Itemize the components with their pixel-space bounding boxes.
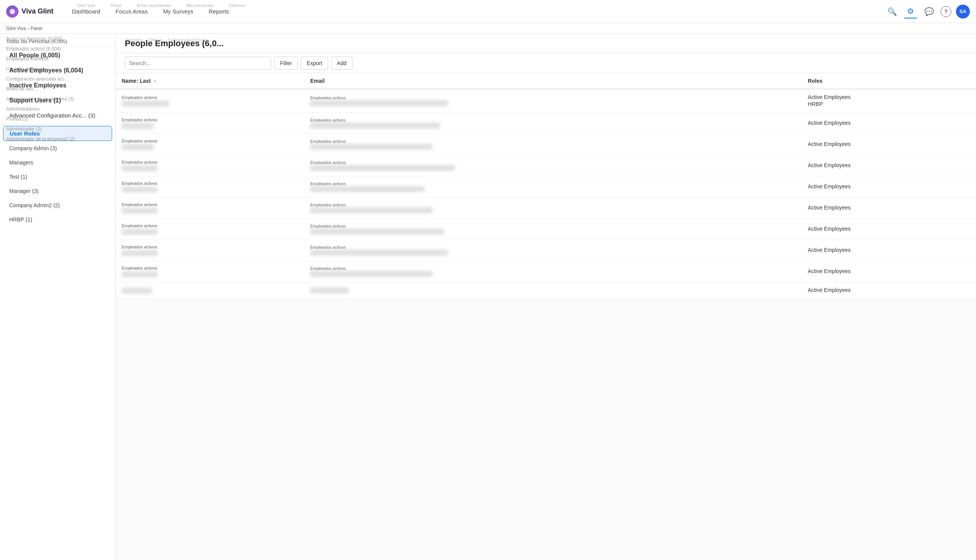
row-tag: Empleados activos: [122, 202, 298, 207]
cell-email: Empleados activos███████████████████████…: [304, 134, 802, 155]
name-text: ███ █████: [122, 144, 154, 150]
page-title-bar: Hombre Última Correo electrónico People …: [116, 34, 976, 54]
cell-name: Empleados activos████ █████: [116, 261, 304, 282]
cell-roles: Active EmployeesHRBP: [802, 89, 976, 113]
help-button[interactable]: ?: [941, 6, 951, 17]
breadcrumb-glint[interactable]: Glint Viva: [6, 26, 26, 31]
table-row[interactable]: Empleados activos██████ ██████Empleados …: [116, 89, 976, 113]
sidebar-item-company-admin[interactable]: Company Admin (3): [3, 141, 112, 155]
table-row[interactable]: Empleados activos████ █████Empleados act…: [116, 198, 976, 219]
nav-link-reports[interactable]: Reports: [203, 5, 235, 18]
page-layout: Todas las Personas (6.005) Empleados act…: [0, 34, 976, 560]
email-tag: Empleados activos: [310, 245, 795, 250]
email-tag: Empleados activos: [310, 96, 795, 100]
name-text: ████ █████: [122, 250, 158, 256]
top-nav: Glint Viva Panel Áreas importantes Mis e…: [0, 0, 976, 23]
row-tag: Empleados activos: [122, 95, 298, 100]
role-value: HRBP: [808, 101, 970, 107]
cell-email: Empleados activos███████████████████████…: [304, 89, 802, 113]
settings-button[interactable]: ⚙: [904, 5, 917, 18]
cell-name: Empleados activos████ █████: [116, 240, 304, 261]
cell-roles: Active Employees: [802, 134, 976, 155]
role-value: Active Employees: [808, 247, 970, 253]
nav-links: Dashboard Focus Areas My Surveys Reports: [66, 5, 885, 18]
email-text: ███████████████████████████████████: [310, 228, 444, 235]
col-roles[interactable]: Roles: [802, 73, 976, 89]
sidebar-item-user-roles[interactable]: User Roles: [3, 126, 112, 141]
chat-button[interactable]: 💬: [922, 5, 936, 18]
cell-roles: Active Employees: [802, 198, 976, 219]
table-row[interactable]: Empleados activos████ █████Empleados act…: [116, 240, 976, 261]
sidebar-item-advanced-config[interactable]: Advanced Configuration Acc... (3): [3, 108, 112, 122]
sidebar-item-hrbp[interactable]: HRBP (1): [3, 213, 112, 226]
cell-roles: Active Employees: [802, 282, 976, 299]
sidebar-item-active-employees[interactable]: Active Employees (6,004): [3, 63, 112, 78]
row-tag: Empleados activos: [122, 117, 298, 122]
email-text: ████████████████████████████████: [310, 144, 432, 150]
cell-roles: Active Employees: [802, 219, 976, 240]
cell-name: Empleados activos████ █████: [116, 198, 304, 219]
breadcrumb-bar: Glint Viva › Panel: [0, 23, 976, 34]
col-name[interactable]: Name: Last ↑: [116, 73, 304, 89]
filter-button[interactable]: Filter: [274, 57, 298, 70]
user-avatar[interactable]: SA: [956, 5, 970, 18]
sort-name-icon: ↑: [154, 79, 156, 84]
add-button[interactable]: Add: [331, 57, 352, 70]
col-email[interactable]: Email: [304, 73, 802, 89]
sidebar-item-company-admin2[interactable]: Company Admin2 (2): [3, 198, 112, 212]
cell-name: Empleados activos████ █████: [116, 155, 304, 176]
cell-email: Empleados activos███████████████████████…: [304, 240, 802, 261]
sidebar-item-all-people[interactable]: All People (6,005): [3, 48, 112, 63]
row-tag: Empleados activos: [122, 160, 298, 164]
cell-email: Empleados activos███████████████████████…: [304, 219, 802, 240]
role-value: Active Employees: [808, 141, 970, 147]
cell-email: Empleados activos███████████████████████…: [304, 198, 802, 219]
search-button[interactable]: 🔍: [885, 5, 899, 18]
logo-icon: [6, 5, 18, 18]
table-row[interactable]: Empleados activos████ █████Empleados act…: [116, 176, 976, 198]
nav-link-dashboard[interactable]: Dashboard: [66, 5, 106, 18]
table-row[interactable]: Empleados activos████ █████Empleados act…: [116, 219, 976, 240]
sidebar-item-managers[interactable]: Managers: [3, 156, 112, 169]
email-tag: Empleados activos: [310, 266, 795, 271]
cell-name: Empleados activos██████ ██████: [116, 89, 304, 113]
sidebar-item-manager[interactable]: Manager (3): [3, 184, 112, 198]
role-value: Active Employees: [808, 94, 970, 100]
email-tag: Empleados activos: [310, 181, 795, 186]
role-value: Active Employees: [808, 268, 970, 274]
name-text: ████ █████: [122, 165, 158, 171]
row-tag: Empleados activos: [122, 139, 298, 143]
nav-link-focus-areas[interactable]: Focus Areas: [109, 5, 154, 18]
sidebar-item-inactive-employees[interactable]: Inactive Employees: [3, 78, 112, 93]
row-tag: Empleados activos: [122, 181, 298, 186]
sidebar-header: Todas las Personas (6,005): [0, 34, 115, 48]
cell-roles: Active Employees: [802, 176, 976, 198]
nav-link-my-surveys[interactable]: My Surveys: [157, 5, 199, 18]
breadcrumb-panel[interactable]: Panel: [30, 26, 42, 31]
table-row[interactable]: Empleados activos████ █████Empleados act…: [116, 155, 976, 176]
email-text: ████████████████████████████████: [310, 271, 432, 277]
main-content: Hombre Última Correo electrónico People …: [116, 34, 976, 560]
page-title: People Employees (6,0...: [125, 39, 224, 49]
email-text: ██████████████████████████████████: [310, 122, 440, 129]
name-text: ████ █████: [122, 208, 158, 214]
sidebar-group-main: All People (6,005) Active Employees (6,0…: [0, 48, 115, 122]
sidebar-group-roles: User Roles Company Admin (3) Managers Te…: [0, 126, 115, 226]
role-value: Active Employees: [808, 120, 970, 126]
row-tag: Empleados activos: [122, 245, 298, 249]
email-tag: Empleados activos: [310, 139, 795, 144]
row-tag: Empleados activos: [122, 223, 298, 228]
sidebar-divider: [0, 124, 115, 124]
table-row[interactable]: Empleados activos███ █████Empleados acti…: [116, 113, 976, 134]
table-row[interactable]: Empleados activos████ █████Empleados act…: [116, 261, 976, 282]
cell-roles: Active Employees: [802, 113, 976, 134]
nav-logo[interactable]: Viva Glint: [6, 5, 54, 18]
sidebar-item-support-users[interactable]: Support Users (1): [3, 93, 112, 108]
people-search-input[interactable]: [125, 57, 271, 70]
sidebar-item-test[interactable]: Test (1): [3, 170, 112, 184]
table-row[interactable]: Olivia Abbottolivia.abbott@...Active Emp…: [116, 282, 976, 299]
table-row[interactable]: Empleados activos███ █████Empleados acti…: [116, 134, 976, 155]
table-toolbar: Filter Export Add: [116, 54, 976, 73]
export-button[interactable]: Export: [301, 57, 328, 70]
email-text: ██████████████████████████████████████: [310, 165, 455, 171]
